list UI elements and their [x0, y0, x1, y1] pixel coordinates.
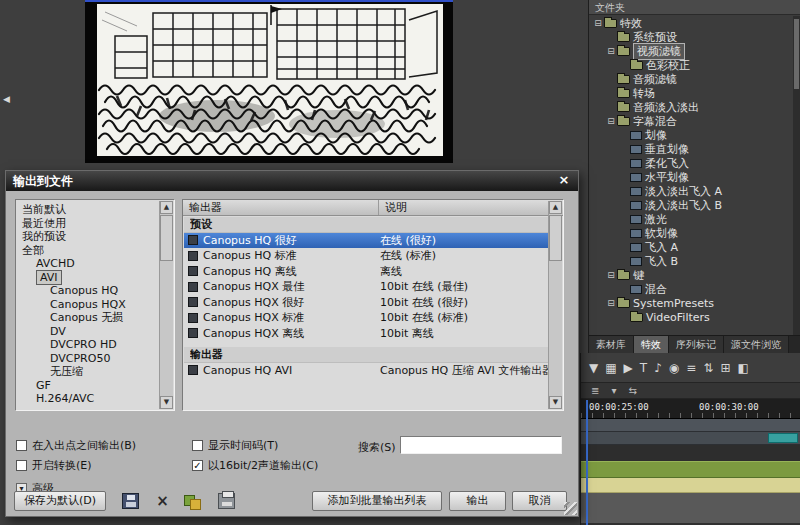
tree-item-soft-fly-in[interactable]: 柔化飞入	[589, 156, 793, 170]
split-view-icon[interactable]: ◧	[738, 361, 749, 375]
tab-bin[interactable]: 素材库	[589, 336, 634, 353]
scrollbar-thumb[interactable]	[160, 215, 173, 261]
tree-item-horizontal-wipe[interactable]: 水平划像	[589, 170, 793, 184]
exporter-row-hqx-standard[interactable]: Canopus HQX 标准10bit 在线 (标准)	[184, 310, 548, 326]
tab-sequence-marker[interactable]: 序列标记	[669, 336, 724, 353]
dialog-title-bar[interactable]: 输出到文件 ×	[6, 171, 578, 191]
tree-item-audio-filters[interactable]: 音频滤镜	[589, 72, 793, 86]
scrollbar-thumb[interactable]	[794, 19, 799, 89]
layout-menu-icon[interactable]: ▼	[589, 361, 598, 375]
timeline-ruler[interactable]: 00:00:25:00 00:00:30:00	[581, 399, 800, 419]
category-all[interactable]: 全部	[17, 244, 159, 258]
playback-icon[interactable]: ▶	[624, 361, 633, 375]
category-my-presets[interactable]: 我的预设	[17, 230, 159, 244]
category-dvcpro50[interactable]: DVCPRO50	[17, 352, 159, 366]
tree-item-fade-fly-in-b[interactable]: 淡入淡出飞入 B	[589, 198, 793, 212]
tree-item-fly-in-b[interactable]: 飞入 B	[589, 254, 793, 268]
delete-preset-icon[interactable]: ×	[154, 493, 171, 509]
add-clip-icon[interactable]: ▦	[605, 361, 616, 375]
exporter-scrollbar[interactable]: ▲ ▼	[548, 201, 562, 409]
category-scrollbar[interactable]: ▲ ▼	[159, 201, 173, 409]
scroll-down-icon[interactable]: ▼	[160, 396, 173, 409]
effects-tree-scrollbar[interactable]	[793, 16, 800, 335]
title-icon[interactable]: T	[640, 361, 647, 375]
category-avi[interactable]: AVI	[17, 271, 159, 285]
exporter-row-hq-standard[interactable]: Canopus HQ 标准在线 (标准)	[184, 248, 548, 264]
convert-preset-icon[interactable]	[184, 493, 201, 509]
category-gf[interactable]: GF	[17, 379, 159, 393]
exporter-row-hq-fine[interactable]: Canopus HQ 很好在线 (很好)	[184, 233, 548, 249]
tree-item-mix[interactable]: 混合	[589, 282, 793, 296]
scroll-down-icon[interactable]: ▼	[549, 396, 562, 409]
tree-item-fly-in-a[interactable]: 飞入 A	[589, 240, 793, 254]
tree-item-wipe[interactable]: 划像	[589, 128, 793, 142]
collapse-icon[interactable]: ⊟	[606, 270, 616, 280]
tree-item-systempresets[interactable]: ⊟SystemPresets	[589, 296, 793, 310]
save-as-default-button[interactable]: 保存为默认(D)	[14, 491, 106, 511]
checkbox-show-timecode[interactable]: 显示时间码(T)	[192, 438, 278, 453]
checkbox-box[interactable]	[16, 440, 27, 451]
record-icon[interactable]: ◉	[669, 361, 679, 375]
column-header-exporter[interactable]: 输出器	[183, 200, 379, 215]
add-track-icon[interactable]: ⊞	[720, 361, 730, 375]
export-button[interactable]: 输出	[449, 491, 506, 511]
category-uncompressed[interactable]: 无压缩	[17, 365, 159, 379]
tree-item-vertical-wipe[interactable]: 垂直划像	[589, 142, 793, 156]
collapse-icon[interactable]: ⊟	[606, 298, 616, 308]
tree-item-fade-fly-in-a[interactable]: 淡入淡出飞入 A	[589, 184, 793, 198]
tree-item-laser[interactable]: 激光	[589, 212, 793, 226]
voice-over-icon[interactable]: ♪	[654, 361, 662, 375]
collapse-icon[interactable]: ▾	[611, 385, 616, 396]
exporter-row-hqx-best[interactable]: Canopus HQX 最佳10bit 在线 (最佳)	[184, 279, 548, 295]
tree-item-soft-wipe[interactable]: 软划像	[589, 226, 793, 240]
category-recently-used[interactable]: 最近使用	[17, 217, 159, 231]
close-icon[interactable]: ×	[555, 173, 573, 188]
search-input[interactable]	[400, 436, 562, 454]
category-dv[interactable]: DV	[17, 325, 159, 339]
tree-item-videofilters[interactable]: VideoFilters	[589, 310, 793, 324]
add-to-batch-button[interactable]: 添加到批量输出列表	[312, 491, 442, 511]
exporter-row-hq-avi[interactable]: Canopus HQ AVICanopus HQ 压缩 AVI 文件输出器插件	[184, 363, 548, 379]
audio-clip-track-yellow[interactable]	[581, 478, 800, 493]
category-h264-avc[interactable]: H.264/AVC	[17, 392, 159, 406]
exporter-row-hq-offline[interactable]: Canopus HQ 离线离线	[184, 264, 548, 280]
checkbox-box[interactable]	[16, 460, 27, 471]
scrollbar-thumb[interactable]	[549, 215, 562, 261]
checkbox-enable-conversion[interactable]: 开启转换(E)	[16, 458, 92, 473]
scroll-mode-icon[interactable]: ⇆	[628, 385, 636, 396]
category-dvcpro-hd[interactable]: DVCPRO HD	[17, 338, 159, 352]
tab-source-browser[interactable]: 源文件浏览	[724, 336, 789, 353]
resize-grip[interactable]	[564, 502, 577, 515]
cancel-button[interactable]: 取消	[512, 491, 567, 511]
tree-item-video-filters[interactable]: ⊟视频滤镜	[589, 44, 793, 58]
playhead-cursor[interactable]	[586, 400, 588, 525]
checkbox-output-between-in-out[interactable]: 在入出点之间输出(B)	[16, 438, 136, 453]
tree-item-effects-root[interactable]: ⊟特效	[589, 16, 793, 30]
checkbox-box[interactable]	[192, 440, 203, 451]
tree-item-audio-cross-fade[interactable]: 音频淡入淡出	[589, 100, 793, 114]
video-track-row[interactable]	[581, 432, 800, 445]
collapse-icon[interactable]: ⊟	[606, 46, 616, 56]
scroll-up-icon[interactable]: ▲	[549, 201, 562, 214]
sequence-list-icon[interactable]: ≣	[591, 385, 599, 396]
category-canopus-lossless[interactable]: Canopus 无损	[17, 311, 159, 325]
column-header-description[interactable]: 说明	[379, 200, 563, 215]
checkbox-box-checked[interactable]: ✓	[192, 460, 203, 471]
save-preset-icon[interactable]	[122, 493, 139, 509]
tree-item-system-presets[interactable]: 系统预设	[589, 30, 793, 44]
list-view-icon[interactable]: ≡	[686, 361, 696, 375]
tree-item-color-correction[interactable]: 色彩校正	[589, 58, 793, 72]
category-canopus-hq[interactable]: Canopus HQ	[17, 284, 159, 298]
tab-effects[interactable]: 特效	[634, 336, 669, 353]
track-header-row[interactable]	[581, 419, 800, 432]
video-clip-track-green[interactable]	[581, 461, 800, 478]
category-current-default[interactable]: 当前默认	[17, 203, 159, 217]
timeline-clip[interactable]	[768, 433, 798, 443]
print-icon[interactable]	[218, 493, 235, 509]
tree-item-key[interactable]: ⊟键	[589, 268, 793, 282]
tree-item-title-mixer[interactable]: ⊟字幕混合	[589, 114, 793, 128]
track-height-icon[interactable]: ⇅	[703, 361, 713, 375]
tree-item-transitions[interactable]: 转场	[589, 86, 793, 100]
category-avchd[interactable]: AVCHD	[17, 257, 159, 271]
collapse-icon[interactable]: ⊟	[593, 18, 603, 28]
